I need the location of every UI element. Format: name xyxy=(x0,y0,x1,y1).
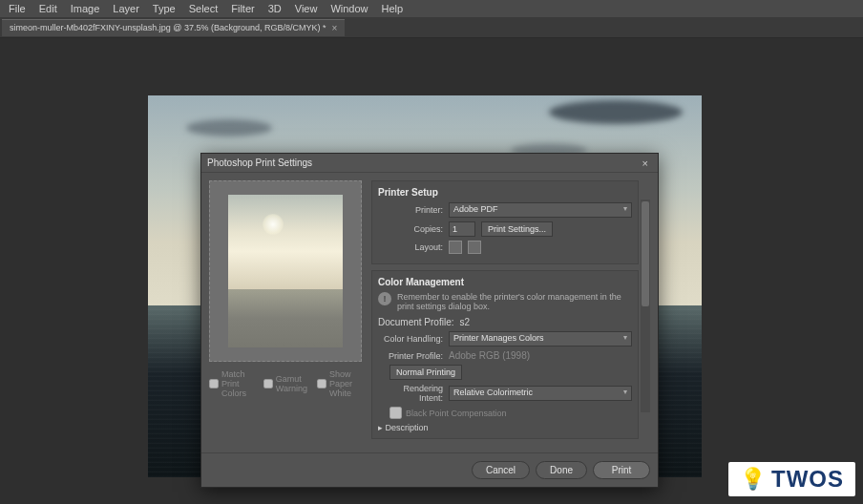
menu-edit[interactable]: Edit xyxy=(32,3,64,14)
rendering-intent-label: Rendering Intent: xyxy=(378,384,443,403)
menu-help[interactable]: Help xyxy=(375,3,410,14)
menubar: File Edit Image Layer Type Select Filter… xyxy=(0,0,863,17)
color-handling-label: Color Handling: xyxy=(378,334,443,344)
gamut-warning-checkbox[interactable]: Gamut Warning xyxy=(263,369,307,398)
printer-setup-title: Printer Setup xyxy=(378,187,632,198)
printer-label: Printer: xyxy=(378,205,443,215)
print-settings-button[interactable]: Print Settings... xyxy=(481,221,553,237)
menu-file[interactable]: File xyxy=(2,3,32,14)
done-button[interactable]: Done xyxy=(536,461,587,479)
lightbulb-icon: 💡 xyxy=(740,467,766,492)
portrait-orientation-icon[interactable] xyxy=(449,241,462,254)
settings-scrollbar[interactable] xyxy=(641,200,650,412)
tabbar: simeon-muller-Mb402fFXINY-unsplash.jpg @… xyxy=(0,17,863,38)
doc-profile-value: s2 xyxy=(459,317,470,327)
match-print-colors-checkbox[interactable]: Match Print Colors xyxy=(209,369,254,398)
color-handling-dropdown[interactable]: Printer Manages Colors xyxy=(449,331,632,346)
scrollbar-thumb[interactable] xyxy=(642,201,649,306)
color-mgmt-hint: ! Remember to enable the printer's color… xyxy=(378,292,632,311)
copies-input[interactable] xyxy=(449,221,475,237)
print-settings-dialog: Photoshop Print Settings × Match Print C… xyxy=(200,153,659,488)
copies-label: Copies: xyxy=(378,224,443,234)
layout-label: Layout: xyxy=(378,242,443,252)
black-point-checkbox: Black Point Compensation xyxy=(389,407,632,419)
printer-setup-section: Printer Setup Printer: Adobe PDF Copies:… xyxy=(371,180,639,264)
menu-image[interactable]: Image xyxy=(64,3,107,14)
printer-profile-label: Printer Profile: xyxy=(378,351,443,361)
dialog-title: Photoshop Print Settings xyxy=(207,158,312,168)
print-preview-pane: Match Print Colors Gamut Warning Show Pa… xyxy=(209,180,362,445)
close-icon[interactable]: × xyxy=(331,23,337,33)
menu-type[interactable]: Type xyxy=(146,3,182,14)
watermark-text: TWOS xyxy=(771,466,844,493)
settings-pane: Printer Setup Printer: Adobe PDF Copies:… xyxy=(371,180,650,445)
watermark-logo: 💡 TWOS xyxy=(728,462,855,496)
show-paper-white-checkbox[interactable]: Show Paper White xyxy=(317,369,362,398)
document-tab[interactable]: simeon-muller-Mb402fFXINY-unsplash.jpg @… xyxy=(2,19,345,36)
canvas-area: Photoshop Print Settings × Match Print C… xyxy=(0,38,863,504)
description-expander[interactable]: Description xyxy=(378,423,632,432)
normal-printing-button[interactable]: Normal Printing xyxy=(389,365,462,380)
document-tab-label: simeon-muller-Mb402fFXINY-unsplash.jpg @… xyxy=(10,23,326,32)
color-management-section: Color Management ! Remember to enable th… xyxy=(371,270,639,439)
printer-profile-value: Adobe RGB (1998) xyxy=(449,350,530,361)
dialog-titlebar[interactable]: Photoshop Print Settings × xyxy=(201,154,658,173)
doc-profile-label: Document Profile: xyxy=(378,317,453,327)
menu-layer[interactable]: Layer xyxy=(106,3,146,14)
color-mgmt-title: Color Management xyxy=(378,277,632,287)
warning-icon: ! xyxy=(378,292,391,305)
menu-window[interactable]: Window xyxy=(324,3,374,14)
print-preview-image xyxy=(209,180,362,362)
menu-view[interactable]: View xyxy=(288,3,325,14)
landscape-orientation-icon[interactable] xyxy=(468,241,481,254)
menu-select[interactable]: Select xyxy=(182,3,225,14)
menu-3d[interactable]: 3D xyxy=(262,3,288,14)
cancel-button[interactable]: Cancel xyxy=(472,461,530,479)
rendering-intent-dropdown[interactable]: Relative Colorimetric xyxy=(449,386,632,401)
close-icon[interactable]: × xyxy=(639,158,652,169)
printer-dropdown[interactable]: Adobe PDF xyxy=(449,202,632,218)
print-button[interactable]: Print xyxy=(593,461,650,479)
dialog-footer: Cancel Done Print xyxy=(201,452,658,487)
menu-filter[interactable]: Filter xyxy=(224,3,261,14)
